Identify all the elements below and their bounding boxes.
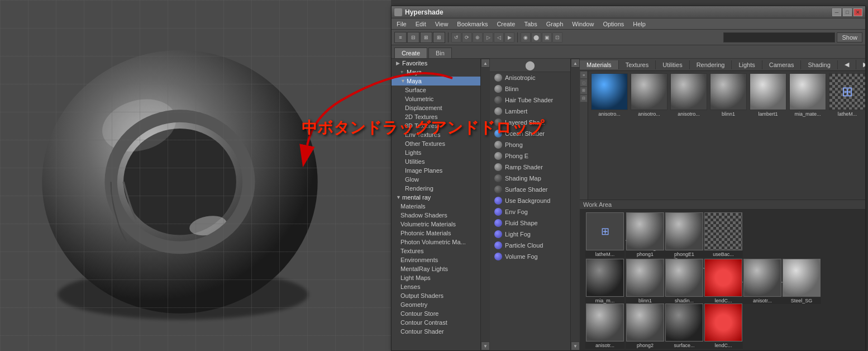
shader-scroll-down[interactable]: ▼ [571,341,580,350]
shader-light-fog[interactable]: Light Fog [490,229,570,240]
shader-blinn[interactable]: Blinn [490,83,570,94]
node-anisotr-r[interactable]: anisotr... [743,259,782,304]
minimize-button[interactable]: ─ [832,8,841,16]
node-usebac[interactable]: useBac... [704,212,743,258]
tree-item-mental-ray[interactable]: ▼ mental ray [392,193,480,202]
menu-help[interactable]: Help [631,20,648,29]
menu-options[interactable]: Options [600,20,626,29]
node-phong1[interactable]: phong1 [626,212,665,258]
shader-phong[interactable]: Phong [490,139,570,150]
shader-particle-cloud[interactable]: Particle Cloud [490,240,570,251]
browser-tab-expand[interactable]: ◀ [838,60,856,69]
material-item-blinn1[interactable]: blinn1 [709,73,747,197]
tree-item-contour-store[interactable]: Contour Store [392,309,480,318]
search-input[interactable] [723,32,835,42]
toolbar-list-btn[interactable]: ≡ [394,32,407,43]
tree-scroll-up[interactable]: ▲ [481,59,490,68]
tree-item-mr-textures[interactable]: Textures [392,246,480,255]
node-lathe[interactable]: ⊞ latheM... [585,212,624,258]
menu-view[interactable]: View [433,20,451,29]
browser-tab-rendering[interactable]: Rendering [690,60,732,69]
shader-surface[interactable]: Surface Shader [490,184,570,195]
toolbar-cam-btn6[interactable]: ▶ [504,32,514,42]
tree-item-other-textures[interactable]: Other Textures [392,139,480,148]
shader-use-background[interactable]: Use Background [490,195,570,206]
tree-item-mentalray-lights[interactable]: MentalRay Lights [392,264,480,273]
shader-phong-e[interactable]: Phong E [490,150,570,162]
tree-item-volumetric-materials[interactable]: Volumetric Materials [392,220,480,229]
material-item-lathe[interactable]: ⊞ latheM... [828,73,865,197]
shader-volume-fog[interactable]: Volume Fog [490,251,570,262]
side-icon-2[interactable]: □ [580,79,588,87]
toolbar-render-btn3[interactable]: ▣ [542,32,552,42]
tree-item-output-shaders[interactable]: Output Shaders [392,291,480,300]
tree-item-surface[interactable]: Surface [392,86,480,94]
shader-hair-tube[interactable]: Hair Tube Shader [490,94,570,106]
node-shadin[interactable]: shadin... [665,259,704,304]
tree-item-shadow-shaders[interactable]: Shadow Shaders [392,211,480,220]
shader-shading-map[interactable]: Shading Map [490,173,570,184]
toolbar-cam-btn3[interactable]: ⊕ [473,32,483,42]
toolbar-render-btn2[interactable]: ⬤ [531,32,541,42]
side-icon-1[interactable]: ≡ [580,71,588,79]
menu-window[interactable]: Window [570,20,596,29]
toolbar-vsplit-btn[interactable]: ⊞ [420,32,432,43]
node-phonge1[interactable]: phongE1 [665,212,704,258]
tree-item-mr-materials[interactable]: Materials [392,202,480,211]
shader-ramp[interactable]: Ramp Shader [490,162,570,173]
tree-item-light-maps[interactable]: Light Maps [392,273,480,282]
tree-item-glow[interactable]: Glow [392,175,480,184]
browser-tab-collapse[interactable]: ▶ [856,60,865,69]
tab-bin[interactable]: Bin [428,48,452,58]
node-anisotr3[interactable]: anisotr... [585,303,624,349]
browser-tab-shading[interactable]: Shading [801,60,837,69]
node-steel-sg[interactable]: Steel_SG [782,259,821,304]
material-item-lambert1[interactable]: lambert1 [749,73,787,197]
side-icon-4[interactable]: ⊟ [580,94,588,102]
shader-anisotropic[interactable]: Anisotropic [490,72,570,83]
tree-item-contour-shader[interactable]: Contour Shader [392,327,480,336]
tree-item-lenses[interactable]: Lenses [392,282,480,291]
node-phong2[interactable]: phong2 [626,303,665,349]
tree-item-photon-volumetric[interactable]: Photon Volumetric Ma... [392,238,480,246]
toolbar-cam-btn2[interactable]: ⟳ [462,32,472,42]
material-item-anisotro2[interactable]: anisotro... [630,73,668,197]
browser-tab-cameras[interactable]: Cameras [762,60,802,69]
tree-item-favorites[interactable]: ▶ Favorites [392,59,480,68]
close-button[interactable]: ✕ [853,8,862,16]
menu-create[interactable]: Create [494,20,517,29]
browser-tab-lights[interactable]: Lights [732,60,762,69]
toolbar-render-btn4[interactable]: ⊡ [552,32,562,42]
tree-item-utilities[interactable]: Utilities [392,157,480,166]
material-item-anisotro3[interactable]: anisotro... [670,73,708,197]
menu-graph[interactable]: Graph [544,20,566,29]
node-lendc1[interactable]: lendC... [704,259,743,304]
tree-item-volumetric[interactable]: Volumetric [392,94,480,103]
menu-file[interactable]: File [394,20,409,29]
shader-env-fog[interactable]: Env Fog [490,206,570,217]
maximize-button[interactable]: □ [843,8,852,16]
shader-fluid-shape[interactable]: Fluid Shape [490,217,570,229]
tree-item-displacement[interactable]: Displacement [392,103,480,112]
browser-tab-utilities[interactable]: Utilities [656,60,689,69]
show-button[interactable]: Show [837,32,862,42]
tab-create[interactable]: Create [394,48,427,58]
node-surface2[interactable]: surface... [665,303,704,349]
node-mia-m[interactable]: mia_m... [585,259,624,304]
browser-tab-textures[interactable]: Textures [619,60,656,69]
menu-tabs[interactable]: Tabs [522,20,539,29]
toolbar-cam-btn4[interactable]: ▷ [483,32,493,42]
browser-tab-materials[interactable]: Materials [580,60,619,69]
toolbar-cam-btn1[interactable]: ↺ [451,32,461,42]
toolbar-grid-btn[interactable]: ⊞ [433,32,445,43]
toolbar-hsplit-btn[interactable]: ⊟ [407,32,419,43]
tree-item-plus-maya[interactable]: + Maya [392,68,480,77]
tree-scroll-down[interactable]: ▼ [481,341,490,350]
toolbar-cam-btn5[interactable]: ◁ [494,32,504,42]
side-icon-3[interactable]: ⊞ [580,87,588,94]
tree-item-geometry[interactable]: Geometry [392,300,480,309]
toolbar-render-btn1[interactable]: ◉ [521,32,531,42]
tree-item-lights[interactable]: Lights [392,148,480,157]
tree-item-rendering[interactable]: Rendering [392,184,480,193]
node-blinn1[interactable]: blinn1 [626,259,665,304]
